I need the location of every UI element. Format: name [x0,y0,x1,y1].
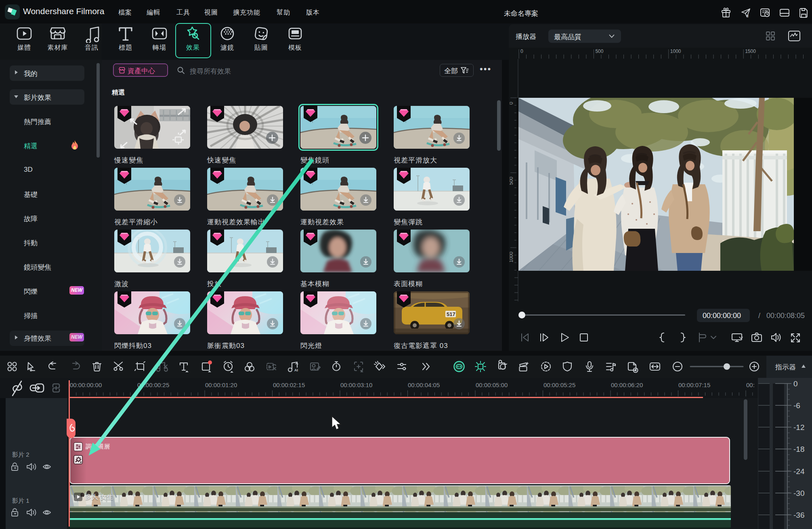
svg-text:500: 500 [595,48,603,54]
svg-text:-6: -6 [793,401,800,410]
svg-text:00:: 00: [746,381,755,388]
svg-text:00:00:05:25: 00:00:05:25 [543,381,575,388]
svg-text:-18: -18 [793,445,804,453]
svg-text:8: 8 [747,14,749,18]
svg-text:0: 0 [520,48,523,54]
svg-text:00:00:04:05: 00:00:04:05 [408,381,440,388]
svg-text:500: 500 [510,177,514,185]
svg-text:00:00:00:25: 00:00:00:25 [137,381,169,388]
svg-text:00:00:00:00: 00:00:00:00 [70,381,102,388]
svg-text:1500: 1500 [745,48,756,54]
svg-text:1000: 1000 [670,48,681,54]
svg-text:-30: -30 [793,489,804,497]
svg-text:0: 0 [793,379,798,388]
svg-text:-12: -12 [793,423,804,432]
svg-text:1000: 1000 [510,251,514,262]
svg-text:00:00:02:15: 00:00:02:15 [273,381,305,388]
svg-text:00:00:06:20: 00:00:06:20 [611,381,643,388]
svg-text:00:00:05:00: 00:00:05:00 [476,381,508,388]
svg-text:00:00:01:20: 00:00:01:20 [205,381,237,388]
svg-text:517: 517 [447,311,455,317]
svg-text:AI: AI [294,368,298,372]
svg-text:0: 0 [510,102,514,105]
svg-text:00:00:03:10: 00:00:03:10 [340,381,372,388]
svg-text:-24: -24 [793,467,805,476]
svg-text:-36: -36 [793,511,804,519]
svg-text:00:00:07:15: 00:00:07:15 [678,381,710,388]
